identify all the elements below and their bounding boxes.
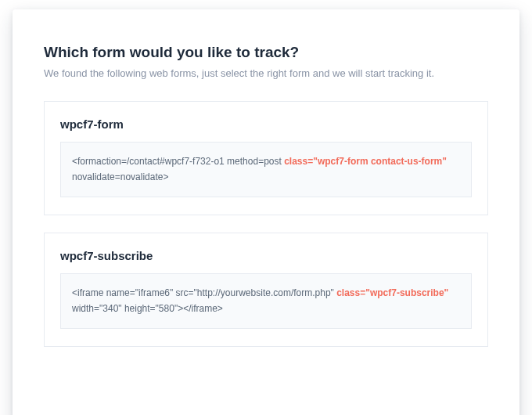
form-tracker-card: Which form would you like to track? We f… <box>13 9 519 415</box>
code-highlight: class="wpcf7-form contact-us-form" <box>284 156 447 167</box>
code-after: width="340" height="580"></iframe> <box>72 303 223 314</box>
code-after: novalidate=novalidate> <box>72 171 168 182</box>
page-subtitle: We found the following web forms, just s… <box>44 67 488 79</box>
form-name: wpcf7-form <box>60 117 472 131</box>
code-before: <formaction=/contact#wpcf7-f732-o1 metho… <box>72 156 284 167</box>
page-title: Which form would you like to track? <box>44 44 488 61</box>
code-snippet: <formaction=/contact#wpcf7-f732-o1 metho… <box>60 142 472 197</box>
form-name: wpcf7-subscribe <box>60 249 472 262</box>
code-highlight: class="wpcf7-subscribe" <box>336 287 448 298</box>
code-snippet: <iframe name="iframe6" src="http://yourw… <box>60 273 472 329</box>
form-option[interactable]: wpcf7-form <formaction=/contact#wpcf7-f7… <box>44 101 488 215</box>
code-before: <iframe name="iframe6" src="http://yourw… <box>72 287 336 298</box>
form-option[interactable]: wpcf7-subscribe <iframe name="iframe6" s… <box>44 233 488 347</box>
